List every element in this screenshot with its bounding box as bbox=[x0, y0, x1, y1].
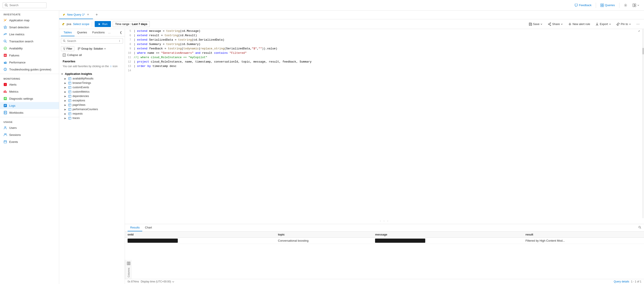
schema-collapse-btn[interactable]: ❮ bbox=[119, 29, 123, 36]
tree-arrow-icon: ▶ bbox=[64, 99, 67, 102]
sidebar-item-workbooks[interactable]: Workbooks bbox=[0, 109, 59, 116]
code-line[interactable]: 9| extend feedback = tostring(todynamic(… bbox=[125, 47, 644, 51]
code-line[interactable]: 11//| where cloud_RoleInstance == "myCop… bbox=[125, 55, 644, 60]
sidebar-item-transactionsearch[interactable]: Transaction search bbox=[0, 38, 59, 45]
run-button[interactable]: Run bbox=[95, 21, 111, 27]
collapse-all-button[interactable]: Collapse all bbox=[61, 52, 84, 58]
tree-item[interactable]: ▶ traces bbox=[61, 116, 123, 120]
code-line[interactable]: 7| extend SerializedData = tostring(cd.S… bbox=[125, 38, 644, 42]
sidebar-item-appmap[interactable]: Application map bbox=[0, 17, 59, 24]
schema-search-box[interactable] bbox=[61, 38, 123, 44]
schema-filter-button[interactable]: Filter bbox=[61, 46, 74, 51]
sidebar-item-failures[interactable]: Failures bbox=[0, 52, 59, 59]
queries-button[interactable]: Queries bbox=[599, 3, 616, 8]
scroll-up-btn[interactable]: − bbox=[638, 30, 640, 33]
new-alert-button[interactable]: New alert rule bbox=[566, 21, 592, 27]
svg-rect-3 bbox=[602, 4, 604, 5]
schema-content: Collapse all Favorites You can add favor… bbox=[59, 52, 125, 284]
tab-close-button[interactable]: ✕ bbox=[86, 13, 90, 17]
schema-tab-functions[interactable]: Functions bbox=[90, 29, 107, 36]
sidebar-item-availability[interactable]: Availability bbox=[0, 45, 59, 52]
tree-item[interactable]: ▶ browserTimings bbox=[61, 81, 123, 85]
table-icon bbox=[68, 108, 71, 111]
svg-rect-2 bbox=[600, 4, 602, 5]
schema-tab-queries[interactable]: Queries bbox=[74, 29, 90, 36]
query-details-link[interactable]: Query details bbox=[614, 280, 629, 283]
pin-icon bbox=[63, 14, 65, 16]
tree-item[interactable]: ▶ pageViews bbox=[61, 103, 123, 107]
sidebar-item-events[interactable]: Events bbox=[0, 138, 59, 145]
code-line[interactable]: 13| order by timestamp desc bbox=[125, 64, 644, 69]
editor-wrapper[interactable]: 5| extend message = tostring(cd.Message)… bbox=[125, 29, 644, 218]
svg-rect-62 bbox=[68, 77, 71, 80]
columns-label[interactable]: Columns bbox=[127, 266, 130, 279]
schema-tab-more[interactable]: ... bbox=[107, 29, 111, 36]
search-input[interactable] bbox=[10, 4, 44, 7]
sidebar-item-metrics[interactable]: Metrics bbox=[0, 88, 59, 95]
tree-item[interactable]: ▶ exceptions bbox=[61, 98, 123, 103]
code-line[interactable]: 10| where name == "GenerativeAnswers" an… bbox=[125, 51, 644, 55]
results-search-button[interactable] bbox=[638, 226, 641, 229]
svg-rect-4 bbox=[600, 6, 602, 7]
code-line[interactable]: 6| extend result = tostring(cd.Result) bbox=[125, 33, 644, 38]
sidebar-item-troubleshooting[interactable]: Troubleshooting guides (preview) bbox=[0, 66, 59, 73]
svg-point-10 bbox=[4, 20, 6, 21]
schema-groupby-button[interactable]: Group by: Solution bbox=[76, 47, 108, 51]
collapse-all-icon bbox=[63, 54, 66, 57]
line-number: 8 bbox=[125, 42, 134, 47]
code-line[interactable]: 5| extend message = tostring(cd.Message) bbox=[125, 29, 644, 33]
pin-to-button[interactable]: Pin to bbox=[615, 21, 633, 27]
tab-query1[interactable]: New Query 1* ✕ bbox=[59, 11, 93, 19]
editor-content[interactable]: 5| extend message = tostring(cd.Message)… bbox=[125, 29, 644, 73]
schema-search-input[interactable] bbox=[67, 39, 117, 43]
line-number: 6 bbox=[125, 33, 134, 38]
results-tab-results[interactable]: Results bbox=[128, 224, 142, 231]
table-row[interactable]: ████████████████████████Conversational b… bbox=[125, 238, 644, 244]
results-tab-chart[interactable]: Chart bbox=[142, 224, 154, 231]
share-button[interactable]: Share bbox=[546, 21, 565, 27]
tree-item[interactable]: ▶ requests bbox=[61, 112, 123, 116]
livemetrics-icon bbox=[4, 33, 7, 36]
table-name: traces bbox=[72, 117, 80, 120]
schema-tab-tables[interactable]: Tables bbox=[61, 29, 74, 36]
code-line[interactable]: 12| project cloud_RoleInstance, name, ti… bbox=[125, 60, 644, 64]
code-line[interactable]: 14 bbox=[125, 69, 644, 73]
tree-item[interactable]: ▶ customEvents bbox=[61, 85, 123, 90]
svg-rect-25 bbox=[4, 91, 4, 93]
tree-arrow-icon: ▶ bbox=[64, 82, 67, 84]
sidebar-item-alerts[interactable]: ! Alerts bbox=[0, 81, 59, 88]
alerts-icon: ! bbox=[4, 83, 7, 86]
tree-item[interactable]: ▶ performanceCounters bbox=[61, 107, 123, 112]
tab-add-button[interactable]: + bbox=[93, 13, 100, 17]
select-scope-link[interactable]: Select scope bbox=[73, 22, 89, 26]
settings-button[interactable] bbox=[622, 3, 629, 8]
sidebar-item-diagnostic[interactable]: Diagnostic settings bbox=[0, 95, 59, 102]
export-button[interactable]: Export bbox=[594, 21, 613, 27]
search-box[interactable] bbox=[3, 3, 46, 8]
feedback-button[interactable]: Feedback bbox=[573, 3, 593, 8]
table-icon bbox=[68, 95, 71, 98]
svg-point-37 bbox=[4, 126, 6, 128]
layout-button[interactable] bbox=[631, 3, 641, 8]
tree-item[interactable]: ▶ customMetrics bbox=[61, 90, 123, 94]
sidebar-item-sessions[interactable]: Sessions bbox=[0, 131, 59, 138]
sidebar-item-livemetrics[interactable]: Live metrics bbox=[0, 31, 59, 38]
schema-filter-label: Filter bbox=[66, 47, 72, 50]
code-line[interactable]: 8| extend Summary = tostring(cd.Summary) bbox=[125, 42, 644, 47]
run-icon bbox=[98, 23, 101, 26]
columns-sidebar[interactable]: Columns bbox=[125, 260, 132, 279]
scroll-thumb bbox=[642, 48, 644, 55]
sidebar-item-performance[interactable]: Performance bbox=[0, 59, 59, 66]
sidebar-item-logs[interactable]: Logs bbox=[0, 102, 59, 109]
time-range-button[interactable]: Time range : Last 7 days bbox=[113, 21, 150, 27]
sidebar-item-users[interactable]: Users bbox=[0, 124, 59, 131]
section-arrow-icon[interactable] bbox=[61, 73, 64, 75]
transactionsearch-icon bbox=[4, 40, 7, 43]
sidebar-item-smartdetection[interactable]: Smart detection bbox=[0, 24, 59, 31]
tree-item[interactable]: ▶ availabilityResults bbox=[61, 76, 123, 81]
save-button[interactable]: Save bbox=[527, 21, 544, 27]
tree-item[interactable]: ▶ dependencies bbox=[61, 94, 123, 98]
table-name: pageViews bbox=[72, 103, 86, 106]
svg-rect-57 bbox=[78, 48, 79, 49]
more-options-button[interactable]: ··· bbox=[634, 21, 641, 28]
